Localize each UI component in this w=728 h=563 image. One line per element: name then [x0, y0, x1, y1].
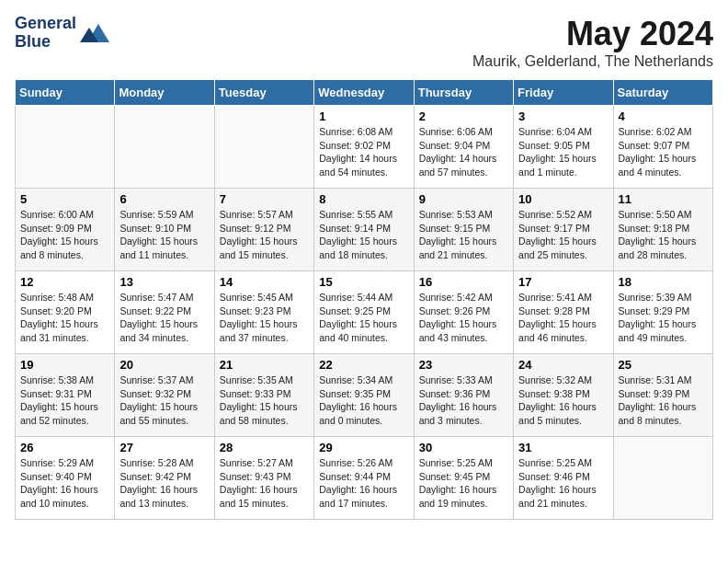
- cell-text: Daylight: 15 hours: [119, 400, 209, 414]
- calendar-cell: 6Sunrise: 5:59 AMSunset: 9:10 PMDaylight…: [115, 189, 214, 271]
- cell-text: Sunset: 9:44 PM: [319, 470, 408, 484]
- calendar-cell: 1Sunrise: 6:08 AMSunset: 9:02 PMDaylight…: [314, 106, 414, 189]
- weekday-header: Monday: [115, 80, 214, 106]
- cell-text: Sunrise: 6:08 AM: [319, 125, 408, 139]
- cell-text: Daylight: 15 hours: [20, 317, 109, 331]
- cell-text: Daylight: 15 hours: [220, 400, 309, 414]
- cell-text: Daylight: 16 hours: [220, 483, 309, 497]
- day-number: 11: [619, 192, 708, 206]
- cell-text: Sunrise: 5:28 AM: [119, 456, 209, 470]
- day-number: 9: [419, 192, 508, 206]
- cell-text: and 10 minutes.: [20, 497, 109, 511]
- cell-text: Daylight: 14 hours: [419, 152, 508, 166]
- cell-text: and 49 minutes.: [619, 331, 708, 345]
- day-number: 25: [619, 358, 708, 372]
- cell-text: Sunrise: 5:41 AM: [518, 291, 608, 304]
- day-number: 10: [518, 192, 608, 206]
- cell-text: Daylight: 15 hours: [220, 317, 309, 331]
- cell-text: Sunset: 9:32 PM: [119, 387, 209, 401]
- cell-text: Sunset: 9:22 PM: [119, 304, 209, 318]
- calendar-week-row: 1Sunrise: 6:08 AMSunset: 9:02 PMDaylight…: [16, 106, 713, 189]
- cell-text: and 11 minutes.: [119, 248, 209, 262]
- calendar-cell: 15Sunrise: 5:44 AMSunset: 9:25 PMDayligh…: [314, 271, 414, 354]
- day-number: 2: [419, 109, 508, 123]
- day-number: 27: [119, 441, 209, 454]
- cell-text: Daylight: 15 hours: [319, 235, 408, 248]
- weekday-header: Thursday: [414, 80, 513, 106]
- day-number: 18: [619, 275, 708, 289]
- cell-text: Daylight: 15 hours: [619, 235, 708, 248]
- cell-text: Daylight: 15 hours: [119, 235, 209, 248]
- cell-text: Sunrise: 5:44 AM: [319, 291, 408, 304]
- calendar-cell: 2Sunrise: 6:06 AMSunset: 9:04 PMDaylight…: [414, 106, 513, 189]
- cell-text: and 1 minute.: [518, 166, 608, 179]
- cell-text: and 37 minutes.: [220, 331, 309, 345]
- cell-text: Sunset: 9:05 PM: [518, 139, 608, 153]
- cell-text: Sunset: 9:12 PM: [220, 222, 309, 236]
- calendar-week-row: 12Sunrise: 5:48 AMSunset: 9:20 PMDayligh…: [16, 271, 713, 354]
- day-number: 13: [119, 275, 209, 289]
- day-number: 8: [319, 192, 408, 206]
- cell-text: Sunrise: 5:35 AM: [220, 373, 309, 387]
- cell-text: Daylight: 15 hours: [419, 235, 508, 248]
- cell-text: and 57 minutes.: [419, 166, 508, 179]
- cell-text: Sunset: 9:29 PM: [619, 304, 708, 318]
- title-area: May 2024 Maurik, Gelderland, The Netherl…: [472, 15, 713, 70]
- day-number: 29: [319, 441, 408, 454]
- calendar-cell: [214, 106, 313, 189]
- cell-text: and 15 minutes.: [220, 497, 309, 511]
- cell-text: Sunrise: 5:25 AM: [518, 456, 608, 470]
- cell-text: Sunrise: 6:02 AM: [619, 125, 708, 139]
- cell-text: Daylight: 15 hours: [518, 317, 608, 331]
- cell-text: Daylight: 16 hours: [419, 483, 508, 497]
- calendar-cell: 13Sunrise: 5:47 AMSunset: 9:22 PMDayligh…: [115, 271, 214, 354]
- logo: General Blue: [15, 15, 109, 52]
- cell-text: and 5 minutes.: [518, 414, 608, 428]
- cell-text: Sunset: 9:18 PM: [619, 222, 708, 236]
- cell-text: Daylight: 16 hours: [619, 400, 708, 414]
- cell-text: Sunrise: 5:47 AM: [119, 291, 209, 304]
- cell-text: Sunrise: 5:32 AM: [518, 373, 608, 387]
- calendar-table: SundayMondayTuesdayWednesdayThursdayFrid…: [15, 79, 713, 520]
- day-number: 16: [419, 275, 508, 289]
- cell-text: Daylight: 15 hours: [20, 400, 109, 414]
- cell-text: Sunset: 9:26 PM: [419, 304, 508, 318]
- cell-text: Sunrise: 5:45 AM: [220, 291, 309, 304]
- cell-text: and 40 minutes.: [319, 331, 408, 345]
- calendar-cell: 9Sunrise: 5:53 AMSunset: 9:15 PMDaylight…: [414, 189, 513, 271]
- day-number: 20: [119, 358, 209, 372]
- calendar-subtitle: Maurik, Gelderland, The Netherlands: [472, 53, 713, 70]
- cell-text: Sunrise: 5:37 AM: [119, 373, 209, 387]
- calendar-week-row: 26Sunrise: 5:29 AMSunset: 9:40 PMDayligh…: [16, 437, 713, 520]
- cell-text: Daylight: 16 hours: [119, 483, 209, 497]
- calendar-cell: 31Sunrise: 5:25 AMSunset: 9:46 PMDayligh…: [514, 437, 613, 520]
- cell-text: and 13 minutes.: [119, 497, 209, 511]
- day-number: 12: [20, 275, 109, 289]
- cell-text: Sunrise: 5:57 AM: [220, 208, 309, 222]
- cell-text: and 4 minutes.: [619, 166, 708, 179]
- cell-text: Sunset: 9:10 PM: [119, 222, 209, 236]
- calendar-cell: 23Sunrise: 5:33 AMSunset: 9:36 PMDayligh…: [414, 354, 513, 437]
- cell-text: Daylight: 16 hours: [319, 400, 408, 414]
- cell-text: Sunrise: 5:48 AM: [20, 291, 109, 304]
- calendar-cell: 30Sunrise: 5:25 AMSunset: 9:45 PMDayligh…: [414, 437, 513, 520]
- calendar-cell: 5Sunrise: 6:00 AMSunset: 9:09 PMDaylight…: [16, 189, 115, 271]
- cell-text: Sunrise: 5:31 AM: [619, 373, 708, 387]
- cell-text: and 54 minutes.: [319, 166, 408, 179]
- cell-text: Sunset: 9:43 PM: [220, 470, 309, 484]
- cell-text: Daylight: 14 hours: [319, 152, 408, 166]
- cell-text: and 18 minutes.: [319, 248, 408, 262]
- calendar-cell: 29Sunrise: 5:26 AMSunset: 9:44 PMDayligh…: [314, 437, 414, 520]
- cell-text: Sunrise: 5:33 AM: [419, 373, 508, 387]
- cell-text: Sunset: 9:42 PM: [119, 470, 209, 484]
- day-number: 17: [518, 275, 608, 289]
- cell-text: Sunrise: 5:59 AM: [119, 208, 209, 222]
- day-number: 1: [319, 109, 408, 123]
- cell-text: and 3 minutes.: [419, 414, 508, 428]
- calendar-cell: 27Sunrise: 5:28 AMSunset: 9:42 PMDayligh…: [115, 437, 214, 520]
- cell-text: and 28 minutes.: [619, 248, 708, 262]
- cell-text: Sunrise: 5:55 AM: [319, 208, 408, 222]
- day-number: 31: [518, 441, 608, 454]
- cell-text: Daylight: 15 hours: [619, 152, 708, 166]
- cell-text: Sunset: 9:02 PM: [319, 139, 408, 153]
